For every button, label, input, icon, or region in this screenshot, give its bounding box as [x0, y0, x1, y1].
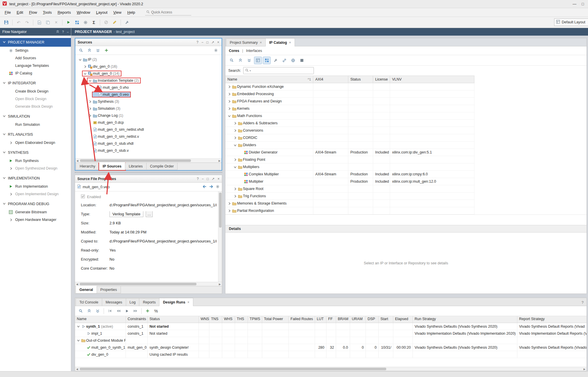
close-panel-icon[interactable]: ×	[218, 177, 220, 181]
chevron-right-icon[interactable]	[88, 100, 92, 103]
chevron-down-icon[interactable]	[76, 325, 81, 328]
runs-column-header-lut[interactable]: LUT	[315, 316, 326, 323]
menu-item-help[interactable]: Help	[124, 9, 138, 16]
menu-item-edit[interactable]: Edit	[14, 9, 26, 16]
sources-tab-hierarchy[interactable]: Hierarchy	[76, 163, 99, 170]
flownav-item-settings[interactable]: Settings	[0, 47, 71, 54]
sources-tree-item[interactable]: Instantiation Template (2)	[75, 77, 222, 84]
catalog-tree-row[interactable]: Memories & Storage Elements	[225, 200, 474, 207]
design-run-row[interactable]: div_gen_0Using cached IP results	[75, 351, 587, 358]
column-header-axi4[interactable]: AXI4	[313, 76, 348, 83]
sources-tree-item[interactable]: div_gen_0 (16)	[75, 63, 222, 70]
runs-column-header-wns[interactable]: WNS	[199, 316, 209, 323]
save-button[interactable]	[2, 19, 10, 26]
console-tab-log[interactable]: Log	[126, 298, 140, 306]
scroll-right-icon[interactable]: ▶	[582, 367, 587, 371]
runs-column-header-run-strategy[interactable]: Run Strategy	[413, 316, 517, 323]
runs-column-header-report-strategy[interactable]: Report Strategy	[517, 316, 587, 323]
chevron-down-icon[interactable]: ▾	[250, 69, 251, 72]
chevron-down-icon[interactable]	[88, 79, 92, 82]
forward-icon[interactable]	[209, 185, 213, 189]
runs-column-header-elapsed[interactable]: Elapsed	[393, 316, 413, 323]
settings-button[interactable]	[81, 19, 89, 26]
menu-item-file[interactable]: File	[2, 9, 14, 16]
properties-tab-general[interactable]: General	[76, 286, 97, 294]
undo-button[interactable]: ↶	[15, 19, 22, 26]
catalog-tree-row[interactable]: FPGA Features and Design	[225, 98, 474, 105]
sum-button[interactable]: Σ	[90, 19, 98, 26]
catalog-tree-row[interactable]: Divider GeneratorAXI4-StreamProductionIn…	[225, 149, 474, 156]
sources-tab-libraries[interactable]: Libraries	[125, 163, 147, 170]
scroll-left-icon[interactable]: ◀	[75, 282, 79, 286]
chevron-right-icon[interactable]	[83, 65, 87, 68]
runs-column-header-name[interactable]: Name	[75, 316, 126, 323]
gear-icon[interactable]	[216, 185, 220, 189]
flownav-section-synthesis[interactable]: SYNTHESIS	[0, 148, 71, 157]
sources-tree-item[interactable]: mult_gen_0.vho	[75, 84, 222, 91]
group-by-taxonomy-icon[interactable]	[254, 57, 262, 64]
sources-horizontal-scrollbar[interactable]: ◀ ▶	[75, 158, 222, 163]
menu-item-window[interactable]: Window	[74, 9, 93, 16]
chevron-right-icon[interactable]	[233, 158, 237, 161]
minimize-panel-icon[interactable]: ‒	[67, 30, 69, 34]
column-header-vlnv[interactable]: VLNV	[390, 76, 474, 83]
flownav-item-language-templates[interactable]: Language Templates	[0, 62, 71, 69]
chevron-right-icon[interactable]	[88, 107, 92, 110]
web-icon[interactable]	[289, 57, 297, 64]
chevron-right-icon[interactable]	[227, 202, 232, 205]
close-icon[interactable]: ×	[289, 41, 291, 45]
hierarchy-view-icon[interactable]	[263, 57, 271, 64]
sources-tree-item[interactable]: mult_gen_0_stub.vhdl	[75, 140, 222, 147]
step-first-icon[interactable]	[106, 307, 114, 315]
properties-tab-properties[interactable]: Properties	[97, 286, 121, 293]
run-icon[interactable]	[123, 307, 131, 315]
sources-tree-item[interactable]: mult_gen_0_sim_netlist.vhdl	[75, 126, 222, 133]
chevron-right-icon[interactable]	[233, 195, 237, 198]
maximize-panel-icon[interactable]: ↗	[211, 40, 214, 44]
disable-button[interactable]	[102, 19, 110, 26]
chevron-right-icon[interactable]	[227, 209, 232, 212]
step-forward-icon[interactable]	[131, 307, 139, 315]
chevron-right-icon[interactable]	[227, 107, 232, 110]
collapse-all-icon[interactable]	[236, 57, 244, 64]
gear-icon[interactable]	[212, 47, 220, 54]
catalog-tree-row[interactable]: Adders & Subtracters	[225, 120, 474, 127]
flownav-item-generate-block-design[interactable]: Generate Block Design	[0, 103, 71, 110]
flownav-section-simulation[interactable]: SIMULATION	[0, 112, 71, 121]
edit-button[interactable]	[111, 19, 119, 26]
sources-tree-item[interactable]: Change Log (1)	[75, 112, 222, 119]
run-button[interactable]	[65, 19, 72, 26]
console-tab-tcl-console[interactable]: Tcl Console	[76, 298, 102, 306]
runs-column-header-whs[interactable]: WHS	[222, 316, 235, 323]
flownav-section-project-manager[interactable]: PROJECT MANAGER	[0, 38, 71, 47]
chevron-right-icon[interactable]	[227, 85, 232, 88]
flownav-item-add-sources[interactable]: Add Sources	[0, 54, 71, 62]
chevron-right-icon[interactable]	[233, 129, 237, 132]
chevron-down-icon[interactable]	[76, 339, 81, 342]
flownav-item-generate-bitstream[interactable]: Generate Bitstream	[0, 208, 71, 216]
design-run-row[interactable]: Out-of-Context Module Runs	[75, 337, 587, 344]
expand-all-icon[interactable]	[94, 47, 102, 54]
flownav-section-implementation[interactable]: IMPLEMENTATION	[0, 174, 71, 183]
minimize-panel-icon[interactable]: −	[202, 177, 204, 181]
chevron-down-icon[interactable]	[83, 72, 87, 75]
abort-icon[interactable]	[298, 57, 306, 64]
design-run-row[interactable]: impl_1constrs_1Not startedVivado Impleme…	[75, 330, 587, 337]
console-tab-messages[interactable]: Messages	[102, 298, 126, 306]
design-run-row[interactable]: mult_gen_0_synth_1mult_gen_0synth_design…	[75, 344, 587, 351]
back-icon[interactable]	[202, 185, 207, 189]
scroll-left-icon[interactable]: ◀	[75, 159, 79, 163]
float-panel-icon[interactable]: □	[206, 40, 208, 44]
catalog-tree-row[interactable]: Conversions	[225, 127, 474, 134]
editor-tab-ip-catalog[interactable]: IP Catalog×	[265, 38, 295, 46]
horizontal-scrollbar-thumb[interactable]	[80, 159, 191, 162]
layout-selector[interactable]: Default Layout	[554, 18, 588, 26]
chevron-right-icon[interactable]	[227, 100, 232, 103]
sources-tab-ip-sources[interactable]: IP Sources	[99, 163, 125, 170]
flownav-item-open-hardware-manager[interactable]: Open Hardware Manager	[0, 216, 71, 224]
catalog-tree-row[interactable]: Square Root	[225, 185, 474, 193]
runs-column-header-constraints[interactable]: Constraints	[126, 316, 148, 323]
catalog-tree-row[interactable]: Complex MultiplierAXI4-StreamProductionI…	[225, 171, 474, 178]
horizontal-scrollbar-thumb[interactable]	[80, 368, 386, 370]
catalog-tree-row[interactable]: Dividers	[225, 142, 474, 149]
